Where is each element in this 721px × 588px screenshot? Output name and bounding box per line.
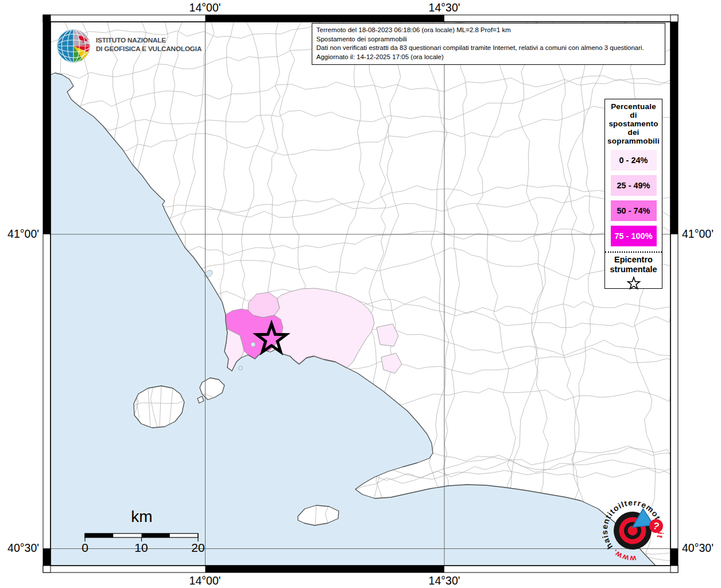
ingv-globe-icon (55, 26, 94, 65)
ingv-logo: ISTITUTO NAZIONALE DI GEOFISICA E VULCAN… (55, 26, 238, 68)
legend-title: Percentuale di spostamento dei soprammob… (605, 99, 662, 145)
ingv-wordmark-line2: DI GEOFISICA E VULCANOLOGIA (96, 45, 201, 53)
legend-box: Percentuale di spostamento dei soprammob… (604, 99, 662, 289)
ingv-wordmark-line1: ISTITUTO NAZIONALE (96, 36, 201, 45)
info-line-updated: Aggiornato il: 14-12-2025 17:05 (ora loc… (316, 53, 661, 62)
macroseismic-map-page: 14°00' 14°30' 14°00' 14°30' 41°00' 40°30… (0, 0, 721, 588)
scale-tick-10: 10 (129, 541, 154, 555)
lat-label-left-40-30: 40°30' (1, 541, 39, 555)
legend-epicenter-label-line1: Epicentro (605, 255, 662, 265)
legend-epicenter-label-line2: strumentale (605, 265, 662, 274)
legend-swatch-25-49: 25 - 49% (611, 175, 657, 196)
legend-star-icon (626, 276, 642, 292)
lat-label-left-41-00: 41°00' (1, 227, 39, 241)
haisentitoilterremoto-logo: www. haisentitoilterremoto .it ? (581, 478, 701, 581)
earthquake-info-box: Terremoto del 18-08-2023 06:18:06 (ora l… (312, 23, 665, 65)
legend-swatch-75-100: 75 - 100% (611, 226, 657, 246)
lon-label-top-14-30: 14°30' (413, 1, 476, 14)
lon-label-top-14-00: 14°00' (173, 1, 237, 14)
ingv-wordmark: ISTITUTO NAZIONALE DI GEOFISICA E VULCAN… (96, 36, 201, 53)
info-line-effect: Spostamento dei soprammobili (316, 35, 661, 44)
scale-tick-20: 20 (185, 541, 211, 555)
lon-label-bottom-14-30: 14°30' (413, 574, 476, 587)
info-line-source: Dati non verificati estratti da 83 quest… (316, 44, 661, 53)
legend-swatch-50-74: 50 - 74% (611, 200, 657, 221)
scale-tick-0: 0 (72, 541, 98, 555)
info-line-event: Terremoto del 18-08-2023 06:18:06 (ora l… (316, 26, 661, 35)
legend-swatch-0-24: 0 - 24% (611, 150, 657, 171)
lon-label-bottom-14-00: 14°00' (173, 574, 237, 587)
legend-divider (605, 252, 662, 253)
lat-label-right-41-00: 41°00' (682, 227, 720, 241)
scale-bar-title: km (115, 508, 168, 526)
